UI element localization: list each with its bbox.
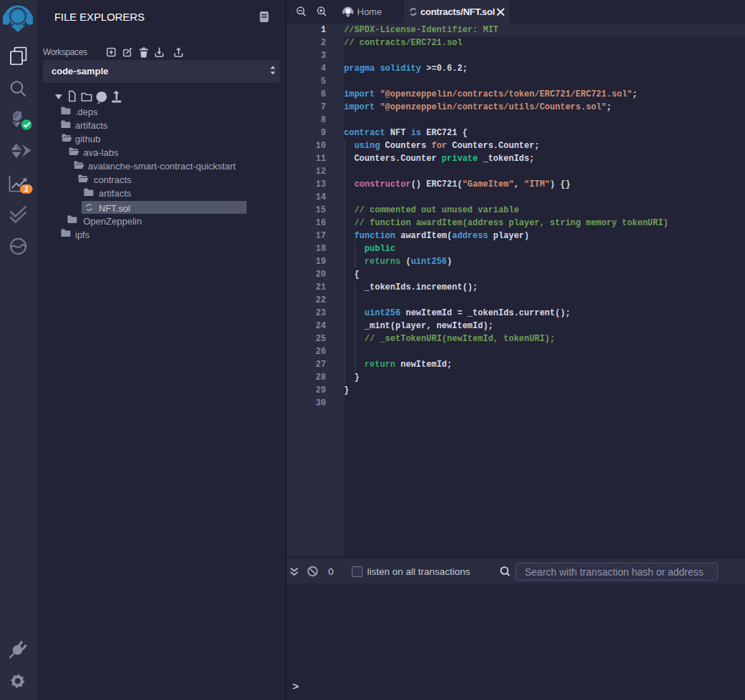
- svg-text:1: 1: [24, 184, 29, 193]
